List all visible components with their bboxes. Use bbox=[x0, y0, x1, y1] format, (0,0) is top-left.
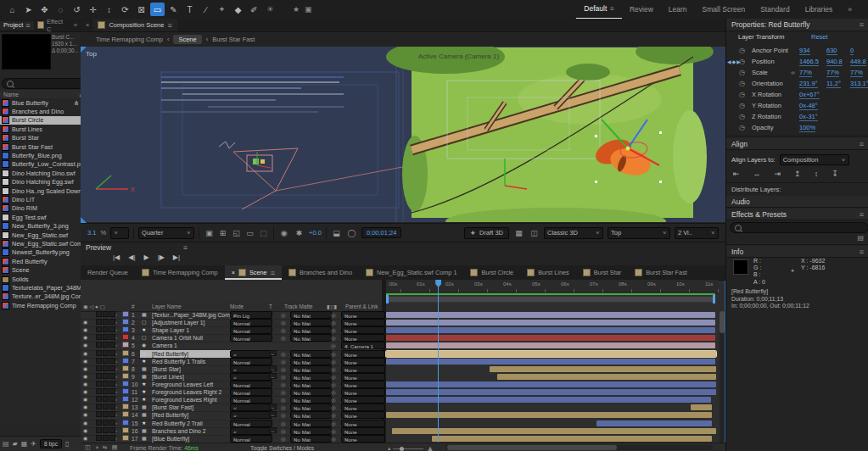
switch-cell[interactable] bbox=[103, 311, 109, 317]
layer-name[interactable]: Foreground Leaves Left bbox=[152, 381, 213, 388]
parent-link-dropdown[interactable]: None∨ bbox=[341, 435, 385, 443]
pickwhip-icon[interactable]: ◎ bbox=[331, 365, 336, 373]
switch-cell[interactable] bbox=[103, 358, 109, 364]
stopwatch-icon[interactable]: ◷ bbox=[738, 91, 746, 98]
layer-name[interactable]: Camera 1 bbox=[152, 342, 177, 349]
expand-arrow-icon[interactable]: › bbox=[115, 396, 117, 404]
layer-label-chip[interactable] bbox=[122, 358, 129, 364]
blend-mode-dropdown[interactable]: -∨ bbox=[230, 427, 272, 435]
pickwhip-icon[interactable]: ◎ bbox=[331, 350, 336, 358]
track-matte-dropdown[interactable]: No Mat∨ bbox=[290, 435, 332, 443]
switch-cell[interactable] bbox=[103, 411, 109, 417]
magnification-value[interactable]: 3.1 bbox=[87, 229, 96, 237]
switch-cell[interactable] bbox=[103, 350, 109, 356]
roto-brush-tool[interactable]: ✐ bbox=[247, 3, 261, 16]
project-item[interactable]: Egg Test.swf bbox=[0, 213, 81, 221]
track-matte-dropdown[interactable]: No Mat∨ bbox=[290, 388, 332, 396]
blend-mode-dropdown[interactable]: Normal∨ bbox=[230, 435, 272, 443]
switch-cell[interactable] bbox=[109, 420, 115, 426]
switch-cell[interactable] bbox=[103, 396, 109, 402]
zoom-slider-handle[interactable] bbox=[400, 447, 404, 451]
expand-inout-icon[interactable]: ⇋ bbox=[103, 444, 108, 451]
eraser-tool[interactable]: ◆ bbox=[231, 3, 245, 16]
expand-arrow-icon[interactable]: › bbox=[115, 435, 117, 443]
parent-link-dropdown[interactable]: None∨ bbox=[341, 350, 385, 358]
timeline-tab-burst-star-fast[interactable]: Burst Star Fast bbox=[628, 265, 694, 280]
project-item[interactable]: New_Egg_Static.swf Comp bbox=[0, 239, 81, 248]
channels-icon[interactable]: ◉ bbox=[278, 229, 289, 237]
pickwhip-icon[interactable]: ◎ bbox=[331, 420, 336, 427]
align-left-icon[interactable]: ⇤ bbox=[733, 170, 740, 178]
switch-cell[interactable] bbox=[96, 350, 102, 356]
magnification-dropdown[interactable]: ∨ bbox=[110, 227, 129, 239]
switch-cell[interactable] bbox=[96, 373, 102, 379]
new-comp-icon[interactable]: ▦ bbox=[21, 440, 28, 448]
parent-link-dropdown[interactable]: None∨ bbox=[341, 319, 385, 326]
switch-cell[interactable] bbox=[103, 373, 109, 379]
layer-duration-bar[interactable] bbox=[490, 366, 715, 372]
switch-cell[interactable] bbox=[103, 319, 109, 325]
switch-cell[interactable] bbox=[96, 396, 102, 402]
mask-visibility-icon[interactable]: ◱ bbox=[231, 229, 242, 237]
toggle-switches-modes-button[interactable]: Toggle Switches / Modes bbox=[250, 445, 314, 451]
layer-name[interactable]: [Burst Star] bbox=[152, 365, 181, 373]
property-value[interactable]: 0x-31° bbox=[799, 113, 818, 121]
parent-link-dropdown[interactable]: None∨ bbox=[341, 373, 385, 381]
eye-icon[interactable]: ◉ bbox=[83, 435, 87, 443]
switch-cell[interactable] bbox=[96, 420, 102, 426]
pickwhip-icon[interactable]: ◎ bbox=[331, 326, 336, 334]
eye-icon[interactable]: ◉ bbox=[83, 396, 87, 404]
switch-cell[interactable] bbox=[109, 388, 115, 394]
layer-label-chip[interactable] bbox=[122, 334, 129, 340]
align-h-center-icon[interactable]: ↔ bbox=[753, 170, 761, 178]
align-right-icon[interactable]: ⇥ bbox=[775, 170, 781, 178]
play-button[interactable]: ▶ bbox=[143, 253, 148, 261]
interpret-footage-icon[interactable]: ▤ bbox=[3, 440, 9, 448]
pickwhip-icon[interactable]: ◎ bbox=[281, 427, 286, 435]
switch-cell[interactable] bbox=[96, 326, 102, 332]
eye-icon[interactable]: ◉ bbox=[83, 388, 87, 396]
expand-arrow-icon[interactable]: › bbox=[115, 319, 117, 326]
track-matte-dropdown[interactable]: No Mat∨ bbox=[290, 350, 332, 358]
parent-link-dropdown[interactable]: None∨ bbox=[341, 311, 385, 319]
workspace-tab-default[interactable]: Default≡ bbox=[576, 0, 622, 19]
trash-icon[interactable]: ▯ bbox=[65, 440, 69, 448]
project-item[interactable]: Burst Star Fast bbox=[0, 142, 81, 151]
project-item[interactable]: Dino RIM bbox=[0, 204, 81, 213]
track-matte-dropdown[interactable]: No Mat∨ bbox=[290, 319, 332, 326]
align-v-center-icon[interactable]: ↕ bbox=[815, 170, 819, 178]
project-item[interactable]: Red Butterfly bbox=[0, 257, 81, 265]
last-frame-button[interactable]: ▶| bbox=[173, 253, 180, 261]
pickwhip-icon[interactable]: ◎ bbox=[281, 373, 286, 381]
timeline-zoom-control[interactable]: ▴ ▲ bbox=[388, 444, 434, 451]
expand-layer-switches-icon[interactable]: ◫ bbox=[85, 444, 91, 451]
stopwatch-icon[interactable]: ◷ bbox=[738, 124, 746, 131]
viewport[interactable]: X bbox=[81, 47, 725, 222]
pickwhip-icon[interactable]: ◎ bbox=[331, 427, 336, 435]
expand-arrow-icon[interactable]: › bbox=[115, 326, 117, 334]
switch-cell[interactable] bbox=[109, 342, 115, 348]
exposure-gear-icon[interactable]: ✱ bbox=[294, 229, 305, 237]
project-item[interactable]: New_Egg_Static.swf bbox=[0, 231, 81, 239]
pickwhip-icon[interactable]: ◎ bbox=[331, 358, 336, 365]
tab-composition-scene[interactable]: Composition Scene ≡ bbox=[92, 19, 176, 31]
property-value[interactable]: 940.8 bbox=[826, 58, 843, 66]
expand-arrow-icon[interactable]: › bbox=[115, 404, 117, 411]
track-matte-dropdown[interactable]: No Mat∨ bbox=[290, 358, 332, 365]
switch-cell[interactable] bbox=[96, 411, 102, 417]
mask-expansion-tool[interactable]: ▣ bbox=[305, 5, 312, 14]
blend-mode-dropdown[interactable]: -∨ bbox=[230, 350, 272, 358]
property-value[interactable]: 1466.5 bbox=[799, 58, 819, 66]
breadcrumb-time-remapping-comp[interactable]: Time Remapping Comp bbox=[96, 36, 163, 43]
property-value[interactable]: 77% bbox=[826, 69, 839, 77]
pickwhip-icon[interactable]: ◎ bbox=[281, 365, 286, 373]
track-matte-dropdown[interactable]: No Mat∨ bbox=[290, 373, 332, 381]
workspace-menu-icon[interactable]: ≡ bbox=[610, 5, 614, 13]
workspace-overflow-icon[interactable]: » bbox=[840, 0, 860, 19]
work-area-start-bracket[interactable] bbox=[386, 295, 389, 303]
switch-cell[interactable] bbox=[109, 427, 115, 433]
expand-arrow-icon[interactable]: › bbox=[115, 373, 117, 381]
dolly-camera-tool[interactable]: ↕ bbox=[102, 3, 116, 16]
expand-arrow-icon[interactable]: › bbox=[115, 358, 117, 365]
playhead-line[interactable] bbox=[438, 280, 439, 443]
